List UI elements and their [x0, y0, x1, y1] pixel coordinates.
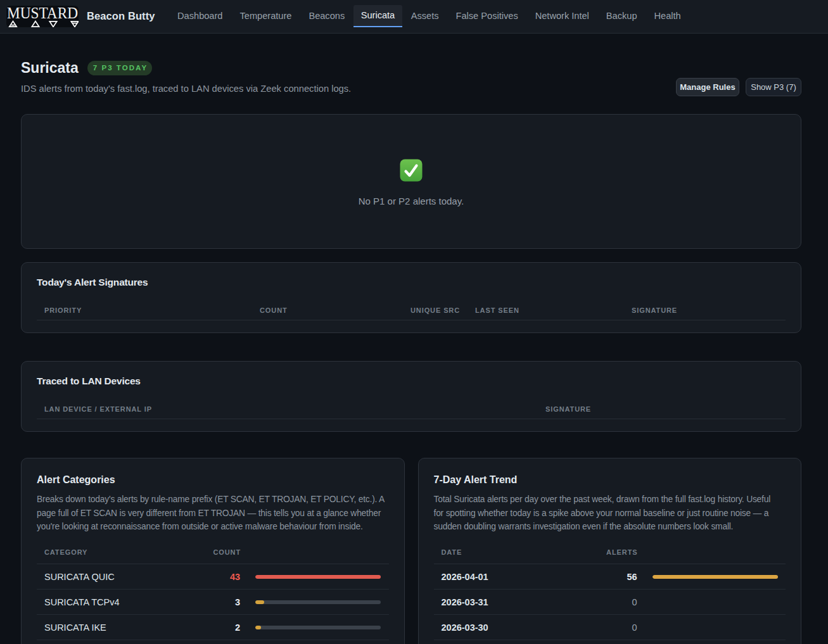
svg-text:MUSTARD: MUSTARD [7, 6, 78, 22]
